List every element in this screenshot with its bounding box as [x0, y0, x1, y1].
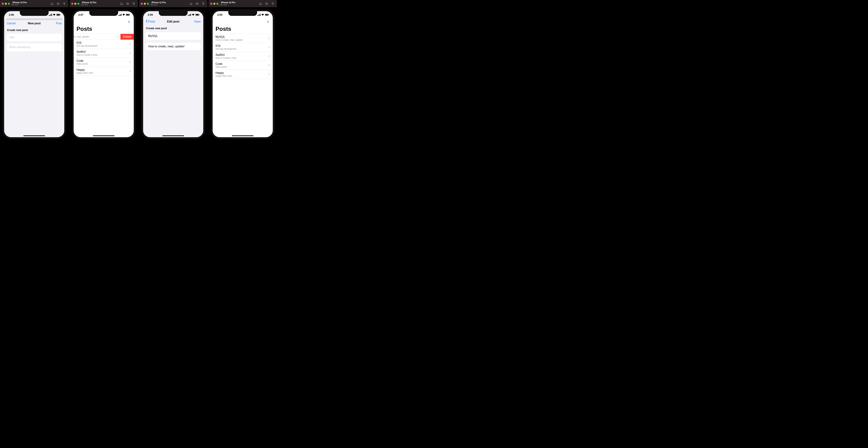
simulator-device-label: iPhone 12 Pro — [221, 1, 235, 4]
nav-bar: Posts Edit post Save — [143, 18, 203, 25]
title-field[interactable]: Title — [7, 34, 62, 41]
list-row[interactable]: IOSiOS App development — [74, 40, 134, 49]
home-icon[interactable] — [50, 2, 54, 6]
list-row[interactable]: IOSiOS App development — [213, 43, 273, 52]
row-title: Code — [216, 62, 269, 66]
rotate-icon[interactable] — [201, 2, 206, 6]
row-title: SwiftUI — [76, 50, 129, 54]
device-notch — [228, 11, 257, 16]
chevron-right-icon — [129, 43, 131, 46]
svg-rect-2 — [64, 2, 65, 4]
row-subtitle: eate, read, update! — [72, 35, 115, 38]
back-button[interactable]: Posts — [146, 20, 155, 24]
svg-rect-34 — [258, 15, 259, 16]
back-label: Posts — [148, 20, 155, 23]
page-title: Posts — [74, 25, 134, 34]
wifi-icon — [53, 14, 56, 16]
chevron-right-icon — [129, 61, 131, 64]
wifi-icon — [122, 14, 125, 16]
svg-rect-35 — [259, 14, 260, 16]
home-indicator[interactable] — [93, 136, 115, 136]
simulator-titlebar: iPhone 12 Pro iOS 15.0 — [69, 0, 138, 7]
posts-list: eate, read, update! Delete IOSiOS App de… — [74, 34, 134, 76]
svg-rect-14 — [119, 15, 120, 16]
svg-rect-18 — [126, 14, 129, 15]
home-icon[interactable] — [258, 2, 263, 6]
minimize-window-icon[interactable] — [5, 3, 7, 5]
chevron-left-icon — [146, 20, 148, 24]
zoom-window-icon[interactable] — [216, 3, 218, 5]
row-subtitle: Happy New Year! — [76, 72, 129, 74]
svg-point-1 — [58, 3, 59, 4]
minimize-window-icon[interactable] — [144, 3, 146, 5]
svg-rect-4 — [50, 15, 50, 16]
list-row[interactable]: HappyHappy New Year! — [74, 67, 134, 76]
screenshot-icon[interactable] — [125, 2, 130, 6]
list-row[interactable]: HappyHappy New Year! — [213, 70, 273, 79]
list-row[interactable]: CodeHello world! — [213, 61, 273, 70]
list-row[interactable]: MySQLHow to create, read, update! — [213, 34, 273, 43]
minimize-window-icon[interactable] — [213, 3, 215, 5]
close-window-icon[interactable] — [141, 3, 143, 5]
chevron-right-icon — [269, 55, 270, 58]
minimize-window-icon[interactable] — [74, 3, 76, 5]
close-window-icon[interactable] — [71, 3, 73, 5]
simulator-device-label: iPhone 12 Pro — [151, 1, 166, 4]
zoom-window-icon[interactable] — [78, 3, 80, 5]
cancel-button[interactable]: Cancel — [7, 22, 16, 25]
status-time: 2:07 — [78, 13, 83, 16]
rotate-icon[interactable] — [131, 2, 136, 6]
post-button[interactable]: Post — [56, 22, 62, 25]
add-post-button[interactable]: ＋ — [266, 19, 270, 24]
row-subtitle: Happy New Year! — [216, 75, 269, 78]
save-button[interactable]: Save — [194, 20, 201, 23]
home-icon[interactable] — [189, 2, 193, 6]
status-time: 2:05 — [148, 13, 153, 16]
cellular-icon — [49, 14, 52, 16]
home-indicator[interactable] — [232, 136, 253, 136]
delete-button[interactable]: Delete — [120, 34, 134, 40]
status-time: 2:05 — [217, 13, 222, 16]
simulator-titlebar: iPhone 12 Pro iOS 15.0 — [139, 0, 208, 7]
screenshot-icon[interactable] — [56, 2, 61, 6]
device-frame: 2:05 Posts Edit post Save Create new — [141, 9, 205, 139]
simulator-os-label: iOS 15.0 — [220, 4, 235, 6]
close-window-icon[interactable] — [210, 3, 212, 5]
title-field[interactable]: MySQL — [146, 32, 201, 40]
body-field[interactable]: How to create, read, update! — [146, 43, 201, 50]
home-icon[interactable] — [119, 2, 124, 6]
zoom-window-icon[interactable] — [8, 3, 10, 5]
add-post-button[interactable]: ＋ — [127, 19, 131, 24]
home-indicator[interactable] — [23, 136, 45, 136]
chevron-right-icon — [118, 35, 119, 38]
chevron-right-icon — [269, 37, 270, 40]
status-time: 2:06 — [9, 13, 14, 16]
svg-rect-16 — [121, 14, 122, 16]
list-row-swiped[interactable]: eate, read, update! Delete — [74, 34, 134, 40]
row-title: IOS — [76, 41, 129, 44]
rotate-icon[interactable] — [271, 2, 275, 6]
home-indicator[interactable] — [162, 136, 184, 136]
row-subtitle: Hello world! — [76, 63, 129, 65]
rotate-icon[interactable] — [62, 2, 67, 6]
screenshot-icon[interactable] — [195, 2, 199, 6]
row-subtitle: iOS App development — [76, 44, 129, 47]
list-row[interactable]: CodeHello world! — [74, 58, 134, 67]
body-field[interactable]: Write something... — [7, 43, 62, 51]
svg-rect-13 — [118, 15, 119, 16]
svg-rect-25 — [190, 14, 190, 16]
list-row[interactable]: SwiftUIHow to Create a View — [213, 52, 273, 61]
device-notch — [159, 11, 188, 16]
svg-rect-39 — [269, 14, 269, 15]
screenshot-icon[interactable] — [264, 2, 269, 6]
close-window-icon[interactable] — [2, 3, 4, 5]
svg-rect-28 — [196, 14, 198, 15]
list-row[interactable]: SwiftUIHow to Create a View — [74, 49, 134, 58]
svg-rect-10 — [127, 3, 129, 4]
zoom-window-icon[interactable] — [147, 3, 149, 5]
svg-rect-29 — [199, 14, 199, 15]
svg-rect-3 — [49, 15, 49, 16]
battery-icon — [195, 14, 200, 16]
svg-rect-36 — [260, 14, 260, 16]
svg-point-11 — [127, 3, 128, 4]
